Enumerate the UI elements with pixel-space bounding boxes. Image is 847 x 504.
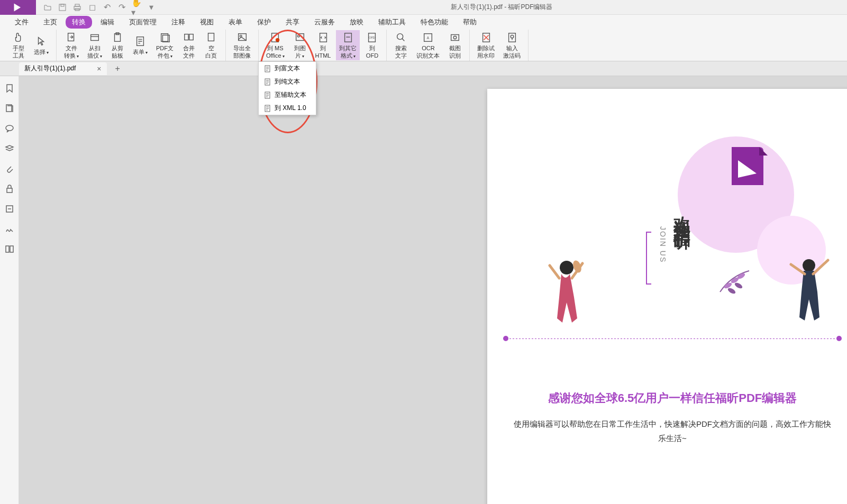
menu-item[interactable]: 编辑	[94, 16, 121, 29]
document-icon	[264, 105, 271, 112]
menu-item[interactable]: 帮助	[457, 16, 483, 29]
undo-icon[interactable]: ↶	[102, 2, 112, 13]
ribbon-button-merge[interactable]: 合并文件	[179, 30, 199, 60]
document-icon	[264, 78, 271, 86]
svg-point-39	[560, 261, 573, 274]
svg-point-20	[297, 35, 299, 38]
svg-rect-0	[59, 4, 66, 11]
menu-item[interactable]: 放映	[343, 16, 370, 29]
ribbon-button-clipboard[interactable]: 从剪贴板	[107, 30, 127, 60]
add-tab-button[interactable]: +	[115, 64, 120, 74]
document-tab[interactable]: 新人引导(1)(1).pdf ×	[19, 62, 107, 75]
ribbon-button-search-text[interactable]: 搜索文字	[391, 30, 411, 60]
print-icon[interactable]	[72, 2, 83, 13]
attachment-icon[interactable]	[4, 163, 15, 175]
quick-icon[interactable]: ◻	[87, 2, 97, 13]
ribbon-button-to-image[interactable]: 到图片	[290, 30, 310, 60]
ribbon-button-ms-office[interactable]: 到 MSOffice	[263, 30, 288, 60]
svg-rect-6	[91, 35, 99, 41]
ribbon-button-export-img[interactable]: 导出全部图像	[230, 30, 254, 60]
ribbon-button-scanner[interactable]: 从扫描仪	[84, 30, 105, 60]
compare-icon[interactable]	[4, 243, 15, 255]
app-logo	[0, 0, 36, 15]
more-icon[interactable]: ▾	[146, 2, 157, 13]
package-icon	[159, 31, 171, 44]
menu-item[interactable]: 共享	[279, 16, 306, 29]
bookmark-icon[interactable]	[4, 83, 15, 94]
menu-item[interactable]: 转换	[66, 16, 92, 29]
close-icon[interactable]: ×	[97, 65, 101, 73]
title-bar: ◻ ↶ ↷ ✋▾ ▾ 新人引导(1)(1).pdf - 福昕PDF编辑器	[0, 0, 847, 15]
field-icon[interactable]	[4, 203, 15, 215]
dropdown-item[interactable]: 到富文本	[259, 62, 316, 75]
menu-bar: 文件主页转换编辑页面管理注释视图表单保护共享云服务放映辅助工具特色功能帮助	[0, 15, 847, 30]
ribbon-label: 从扫描仪	[87, 45, 102, 59]
ribbon-label: 输入激活码	[503, 45, 521, 59]
document-tabs: 新人引导(1)(1).pdf × +	[0, 61, 847, 76]
to-html-icon	[317, 31, 330, 44]
open-icon[interactable]	[42, 2, 53, 13]
svg-rect-22	[345, 33, 352, 42]
menu-item[interactable]: 保护	[251, 16, 277, 29]
menu-item[interactable]: 表单	[222, 16, 249, 29]
ribbon-button-package[interactable]: PDF文件包	[153, 30, 177, 60]
ribbon-button-to-ofd[interactable]: OFD到OFD	[362, 30, 382, 60]
ribbon-button-watermark[interactable]: 删除试用水印	[474, 30, 498, 60]
ribbon-button-ocr[interactable]: AOCR识别文本	[413, 30, 443, 60]
ribbon-label: 截图识别	[449, 45, 461, 59]
svg-point-29	[454, 36, 457, 40]
ribbon-label: OCR识别文本	[416, 45, 440, 59]
dropdown-label: 到 XML 1.0	[275, 104, 306, 113]
thanks-heading: 感谢您如全球6.5亿用户一样信任福昕PDF编辑器	[487, 390, 847, 406]
menu-item[interactable]: 页面管理	[123, 16, 163, 29]
pdf-page: 欢迎来到福昕 JOIN US 感谢您如全球6.5亿用户一样信任福昕PDF编辑器	[487, 89, 847, 504]
ribbon-button-doc-arrow[interactable]: 文件转换	[61, 30, 82, 60]
ribbon-label: 删除试用水印	[477, 45, 495, 59]
comment-icon[interactable]	[4, 123, 15, 134]
pages-icon[interactable]	[4, 103, 15, 114]
dropdown-item[interactable]: 到纯文本	[259, 75, 316, 88]
ribbon-button-to-html[interactable]: 到HTML	[312, 30, 334, 60]
to-image-icon	[294, 31, 306, 44]
menu-item[interactable]: 特色功能	[414, 16, 454, 29]
ribbon-label: 到OFD	[366, 45, 378, 59]
ribbon-label: PDF文件包	[156, 45, 174, 59]
dropdown-item[interactable]: 至辅助文本	[259, 88, 316, 102]
svg-point-44	[727, 287, 736, 295]
ribbon-button-to-other[interactable]: 到其它格式	[336, 30, 360, 60]
document-icon	[264, 91, 271, 99]
scanner-icon	[88, 31, 101, 44]
foxit-logo-icon	[727, 147, 768, 194]
ribbon-button-cursor[interactable]: 选择	[31, 34, 52, 57]
security-icon[interactable]	[4, 183, 15, 195]
merge-icon	[183, 31, 195, 44]
signature-icon[interactable]	[4, 223, 15, 235]
ribbon-button-form[interactable]: 表单	[130, 34, 151, 57]
person-illustration	[784, 255, 836, 329]
menu-item[interactable]: 文件	[8, 16, 35, 29]
menu-item[interactable]: 主页	[37, 16, 63, 29]
layers-icon[interactable]	[4, 143, 15, 154]
workspace: 欢迎来到福昕 JOIN US 感谢您如全球6.5亿用户一样信任福昕PDF编辑器	[0, 76, 847, 504]
menu-item[interactable]: 辅助工具	[372, 16, 412, 29]
ribbon-button-hand[interactable]: 手型工具	[8, 30, 29, 60]
cursor-icon	[35, 35, 48, 48]
svg-rect-31	[509, 33, 516, 42]
ribbon-label: 空白页	[205, 45, 217, 59]
save-icon[interactable]	[57, 2, 68, 13]
ribbon-button-capture[interactable]: 截图识别	[445, 30, 465, 60]
hand-icon	[12, 31, 25, 44]
svg-rect-1	[61, 4, 64, 6]
menu-item[interactable]: 注释	[165, 16, 192, 29]
menu-item[interactable]: 云服务	[308, 16, 341, 29]
export-img-icon	[236, 31, 249, 44]
svg-rect-38	[10, 246, 13, 252]
dropdown-item[interactable]: 到 XML 1.0	[259, 102, 316, 115]
menu-item[interactable]: 视图	[194, 16, 220, 29]
canvas-area[interactable]: 欢迎来到福昕 JOIN US 感谢您如全球6.5亿用户一样信任福昕PDF编辑器	[19, 76, 847, 504]
hand-icon[interactable]: ✋▾	[131, 2, 142, 13]
ribbon-button-blank[interactable]: 空白页	[201, 30, 221, 60]
redo-icon[interactable]: ↷	[116, 2, 127, 13]
key-icon	[506, 31, 518, 44]
ribbon-button-key[interactable]: 输入激活码	[500, 30, 524, 60]
